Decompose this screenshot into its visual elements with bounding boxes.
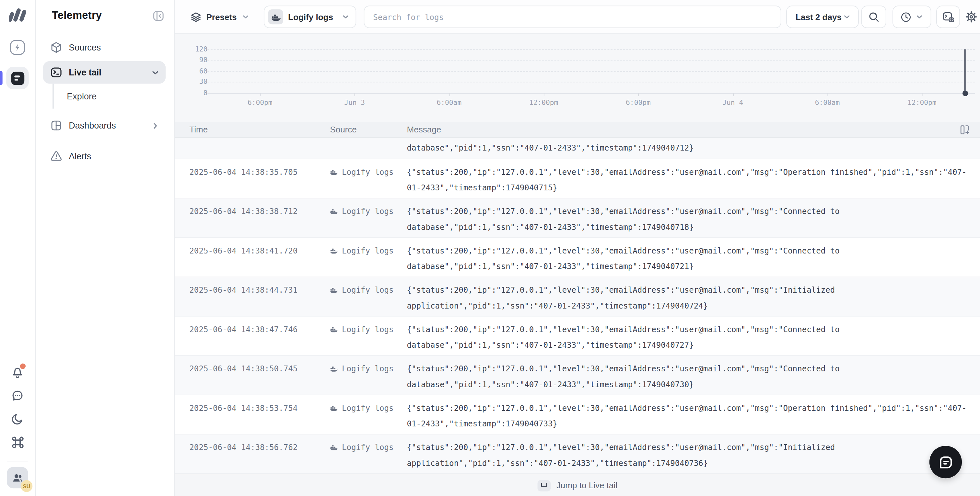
x-axis-tickmark [827, 93, 828, 96]
log-row[interactable]: 2025-06-04 14:38:38.712 Logify logs {"st… [175, 198, 980, 238]
sidebar-item-label: Sources [69, 43, 101, 52]
sidebar-nav: Sources Live tail Explore [36, 36, 174, 167]
gridline [207, 93, 975, 93]
search-input[interactable] [373, 12, 772, 22]
x-axis-tick: 6:00pm [248, 99, 272, 107]
collapse-sidebar-button[interactable] [153, 10, 165, 22]
log-source-label: Logify logs [342, 401, 394, 416]
presets-button[interactable]: Presets [187, 5, 253, 28]
docker-icon [268, 10, 283, 24]
sidebar-item-label: Dashboards [69, 120, 116, 130]
sidebar-item-sources[interactable]: Sources [43, 36, 165, 59]
keyboard-shortcuts-button[interactable] [8, 433, 27, 451]
time-range-value: Last 2 days [795, 12, 842, 22]
log-message-line: 01-2433","timestamp":1749040715} [407, 180, 967, 195]
y-axis-tick: 120 [184, 45, 207, 54]
column-header-message: Message [407, 125, 980, 135]
search-submit-button[interactable] [861, 5, 886, 28]
log-row[interactable]: 2025-06-04 14:38:53.754 Logify logs {"st… [175, 395, 980, 435]
sidebar-item-dashboards[interactable]: Dashboards [43, 114, 165, 136]
log-row[interactable]: 2025-06-04 14:38:56.762 Logify logs {"st… [175, 434, 980, 474]
active-rail-indicator [0, 71, 3, 85]
gridline [207, 82, 975, 82]
log-message-line: database","pid":1,"ssn":"407-01-2433","t… [407, 259, 967, 274]
add-column-button[interactable] [960, 125, 970, 135]
quickstart-rail-button[interactable] [8, 38, 27, 57]
column-header-source: Source [330, 125, 407, 135]
log-message-line: application","pid":1,"ssn":"407-01-2433"… [407, 456, 967, 471]
chat-widget-button[interactable] [929, 446, 962, 478]
docker-icon [330, 365, 337, 372]
log-message-line: {"status":200,"ip":"127.0.0.1","level":3… [407, 204, 967, 220]
history-button[interactable] [892, 5, 931, 28]
chevron-down-icon [915, 13, 923, 21]
chevron-down-icon [151, 68, 159, 76]
log-message: {"status":200,"ip":"127.0.0.1","level":3… [407, 322, 967, 355]
cube-icon [50, 41, 62, 54]
alert-triangle-icon [50, 150, 62, 163]
clock-icon [900, 12, 911, 22]
chevron-down-icon [843, 13, 851, 21]
x-axis-tickmark [638, 93, 639, 96]
log-message-line: {"status":200,"ip":"127.0.0.1","level":3… [407, 244, 967, 259]
log-row-partial[interactable]: database","pid":1,"ssn":"407-01-2433","t… [175, 138, 980, 159]
log-message-line: {"status":200,"ip":"127.0.0.1","level":3… [407, 322, 967, 338]
add-column-icon [960, 125, 970, 135]
log-message-line: {"status":200,"ip":"127.0.0.1","level":3… [407, 440, 967, 456]
terminal-code-icon [942, 11, 955, 23]
sidebar-item-alerts[interactable]: Alerts [43, 145, 165, 167]
gridline [207, 60, 975, 61]
jump-to-live-tail-button[interactable]: Jump to Live tail [175, 475, 980, 496]
time-cursor-line[interactable] [964, 49, 966, 93]
chevron-down-icon [342, 13, 349, 21]
search-icon [868, 11, 880, 23]
chevron-down-icon [242, 13, 249, 21]
brand-logo-icon [9, 8, 26, 23]
log-source-label: Logify logs [342, 244, 394, 259]
time-cursor-handle[interactable] [962, 90, 968, 96]
log-row[interactable]: 2025-06-04 14:38:41.720 Logify logs {"st… [175, 238, 980, 277]
log-message: database","pid":1,"ssn":"407-01-2433","t… [407, 141, 967, 158]
x-axis-tick: Jun 3 [344, 99, 365, 107]
log-row[interactable]: 2025-06-04 14:38:50.745 Logify logs {"st… [175, 356, 980, 395]
log-message: {"status":200,"ip":"127.0.0.1","level":3… [407, 165, 967, 198]
log-message-line: 01-2433","timestamp":1749040733} [407, 416, 967, 431]
time-range-button[interactable]: Last 2 days [786, 5, 859, 28]
x-axis-tick: 12:00pm [529, 99, 558, 107]
log-row[interactable]: 2025-06-04 14:38:47.746 Logify logs {"st… [175, 317, 980, 356]
dark-mode-button[interactable] [8, 410, 27, 428]
jump-to-live-tail-label: Jump to Live tail [557, 481, 617, 490]
log-message-line: {"status":200,"ip":"127.0.0.1","level":3… [407, 283, 967, 298]
log-message: {"status":200,"ip":"127.0.0.1","level":3… [407, 244, 967, 276]
moon-icon [11, 412, 24, 426]
sidebar-subitem-label: Explore [67, 91, 97, 101]
layers-icon [191, 12, 201, 22]
log-message-line: database","pid":1,"ssn":"407-01-2433","t… [407, 377, 967, 392]
log-time: 2025-06-04 14:38:47.746 [189, 322, 330, 355]
chat-widget-icon [937, 453, 954, 471]
log-source-label: Logify logs [342, 204, 394, 220]
y-axis-tick: 90 [184, 56, 207, 64]
x-axis-tick: Jun 4 [722, 99, 743, 107]
log-message-line: {"status":200,"ip":"127.0.0.1","level":3… [407, 361, 967, 377]
source-select-value: Logify logs [288, 12, 337, 22]
notifications-button[interactable] [8, 363, 27, 382]
log-source: Logify logs [330, 361, 407, 395]
gridline [207, 71, 975, 71]
log-row[interactable]: 2025-06-04 14:38:35.705 Logify logs {"st… [175, 159, 980, 198]
logs-rail-button[interactable] [6, 67, 29, 89]
log-source-label: Logify logs [342, 361, 394, 377]
user-menu-button[interactable]: SU [7, 467, 28, 488]
gridline [207, 49, 975, 50]
feedback-button[interactable] [8, 387, 27, 405]
log-message-line: application","pid":1,"ssn":"407-01-2433"… [407, 298, 967, 314]
y-axis-tick: 30 [184, 78, 207, 86]
log-row[interactable]: 2025-06-04 14:38:44.731 Logify logs {"st… [175, 277, 980, 316]
log-source-label: Logify logs [342, 322, 394, 338]
sidebar-item-live-tail[interactable]: Live tail [43, 61, 165, 84]
log-time: 2025-06-04 14:38:35.705 [189, 165, 330, 198]
sidebar-item-explore[interactable]: Explore [52, 84, 174, 108]
api-console-button[interactable] [936, 5, 960, 28]
source-select[interactable]: Logify logs [264, 5, 356, 28]
settings-button[interactable] [965, 11, 978, 23]
